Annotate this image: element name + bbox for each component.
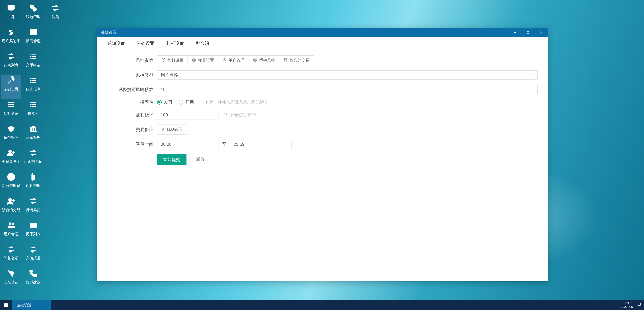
notification-icon[interactable]: [636, 303, 641, 308]
label-affect-seconds: 风控提前影响秒数: [107, 87, 157, 92]
desktop-icon-用户管理[interactable]: 用户管理: [1, 220, 21, 244]
time-from-input[interactable]: [157, 140, 219, 149]
desktop-icon-label: 商家管理: [26, 135, 40, 140]
row-profit-rate: 盈利概率 % 不能超过100%: [107, 110, 538, 119]
desktop-icon-日志信息[interactable]: 日志信息: [23, 75, 43, 99]
users-icon: [6, 221, 16, 230]
desktop-icon-秒合约交易[interactable]: 秒合约交易: [1, 195, 21, 220]
desktop-icon-label: 秒合约交易: [2, 207, 20, 213]
desktop-icons-grid: 主题用户风险率认购列表基础设置杠杆交易角色管理会员关系图后台管理员秒合约交易用户…: [1, 2, 68, 292]
swap-icon: [28, 148, 38, 158]
label-insured-time: 受保时间: [107, 141, 157, 147]
subtab-label: 秒数设置: [167, 58, 184, 63]
desktop-icon-提币列表[interactable]: 提币列表: [23, 220, 43, 244]
clock-date: 2022-6-5: [621, 305, 633, 309]
minimize-button[interactable]: [508, 28, 522, 37]
desktop-icon-后台管理员[interactable]: 后台管理员: [1, 171, 21, 195]
user-circle-icon: [6, 172, 16, 182]
reset-button[interactable]: 重置: [190, 154, 211, 165]
svg-rect-0: [8, 5, 14, 9]
time-to-input[interactable]: [230, 140, 292, 149]
close-button[interactable]: [535, 28, 548, 37]
row-affect-seconds: 风控提前影响秒数: [107, 85, 538, 94]
taskbar-active-app[interactable]: 基础设置: [12, 300, 51, 310]
desktop-icon-投诉建议[interactable]: 投诉建议: [23, 268, 43, 292]
radio-open-label: 开启: [185, 99, 194, 105]
desktop-icon-主题[interactable]: 主题: [1, 2, 21, 26]
taskbar-clock[interactable]: 09:01 2022-6-5: [621, 302, 633, 309]
affect-seconds-input[interactable]: [157, 85, 538, 94]
news-icon: [28, 27, 38, 37]
desktop-icon-用户风险率[interactable]: 用户风险率: [1, 26, 21, 51]
radio-open[interactable]: 开启: [179, 99, 194, 105]
window-controls: [508, 28, 548, 37]
desktop-icon-label: 充值渠道: [26, 256, 40, 261]
user-plus-icon: [6, 148, 16, 158]
insurance-btn-label: 规则设置: [167, 127, 183, 132]
risk-param-subtabs: 秒数设置数量设置用户管理币种风控秒合约交易: [157, 55, 314, 65]
subtab-币种风控[interactable]: 币种风控: [248, 55, 280, 65]
svg-rect-70: [6, 304, 8, 305]
windows-icon: [4, 303, 8, 308]
grad-cap-icon: [6, 124, 16, 133]
desktop-icon-杠杆交易[interactable]: 杠杆交易: [1, 99, 21, 123]
subtab-数量设置[interactable]: 数量设置: [188, 55, 218, 65]
desktop-icon-label: 钱包管理: [26, 14, 40, 19]
tab-杠杆设置[interactable]: 杠杆设置: [160, 37, 190, 49]
phone-icon: [28, 269, 38, 278]
desktop-icon-认购列表[interactable]: 认购列表: [1, 51, 21, 75]
desktop-icon-闪兑交易[interactable]: 闪兑交易: [1, 244, 21, 268]
subtab-label: 数量设置: [198, 58, 214, 63]
chevron-down-icon: [531, 72, 534, 78]
time-separator: 至: [222, 141, 226, 147]
subtab-秒数设置[interactable]: 秒数设置: [157, 55, 188, 65]
desktop-icon-label: 日志信息: [26, 87, 40, 92]
radio-dot-icon: [179, 100, 184, 105]
insurance-rules-button[interactable]: 规则设置: [157, 124, 187, 135]
monitor-icon: [6, 3, 16, 13]
profit-rate-input[interactable]: [157, 110, 219, 119]
id-card-icon: [6, 269, 16, 278]
desktop-icon-币币交易记[interactable]: 币币交易记: [23, 147, 43, 171]
desktop-icon-认购[interactable]: 认购: [45, 2, 66, 26]
desktop-icon-label: 用户风险率: [2, 38, 20, 43]
desktop-icon-充币申请[interactable]: 充币申请: [23, 51, 43, 75]
desktop-icon-label: 提币列表: [26, 232, 40, 237]
desktop-icon-基础设置[interactable]: 基础设置: [1, 75, 21, 99]
desktop-icon-实名认证[interactable]: 实名认证: [1, 268, 21, 292]
subtab-用户管理[interactable]: 用户管理: [218, 55, 249, 65]
subtab-label: 用户管理: [228, 58, 244, 63]
tab-基础设置[interactable]: 基础设置: [131, 37, 160, 49]
tab-通知设置[interactable]: 通知设置: [101, 37, 131, 49]
settings-window: 基础设置 通知设置基础设置杠杆设置秒合约 风控参数 秒数设置数量设置用户管理币种…: [96, 28, 548, 281]
subtab-秒合约交易[interactable]: 秒合约交易: [279, 55, 314, 65]
desktop-icon-label: 充币申请: [26, 63, 40, 68]
row-risk-params: 风控参数 秒数设置数量设置用户管理币种风控秒合约交易: [107, 55, 538, 65]
desktop-icon-币种管理[interactable]: 币种管理: [23, 171, 43, 195]
desktop-icon-会员关系图[interactable]: 会员关系图: [1, 147, 21, 171]
submit-button[interactable]: 立即提交: [157, 154, 186, 165]
tab-秒合约[interactable]: 秒合约: [190, 37, 215, 49]
row-actions: 立即提交 重置: [107, 154, 538, 165]
svg-rect-69: [4, 304, 6, 305]
desktop-icon-机器人[interactable]: 机器人: [23, 99, 43, 123]
dollar-icon: [6, 27, 16, 37]
hash-icon: [192, 58, 196, 63]
window-title-bar[interactable]: 基础设置: [96, 28, 548, 37]
desktop-icon-label: 杠杆交易: [4, 111, 18, 116]
desktop-icon-新闻管理[interactable]: 新闻管理: [23, 26, 43, 51]
start-button[interactable]: [0, 300, 12, 310]
desktop-icon-商家管理[interactable]: 商家管理: [23, 123, 43, 147]
desktop-icon-角色管理[interactable]: 角色管理: [1, 123, 21, 147]
desktop-icon-充值渠道[interactable]: 充值渠道: [23, 244, 43, 268]
radio-close[interactable]: 关闭: [157, 99, 172, 105]
desktop-icon-label: 实名认证: [4, 280, 18, 285]
taskbar: 基础设置 09:01 2022-6-5: [0, 300, 644, 310]
desktop-icon-钱包管理[interactable]: 钱包管理: [23, 2, 43, 26]
risk-type-select[interactable]: 用户点控: [157, 70, 538, 80]
svg-point-14: [10, 175, 12, 177]
desktop-icon-label: 用户管理: [4, 232, 18, 237]
desktop-icon-行情风控[interactable]: 行情风控: [23, 195, 43, 220]
subtab-label: 币种风控: [259, 58, 275, 63]
maximize-button[interactable]: [522, 28, 535, 37]
